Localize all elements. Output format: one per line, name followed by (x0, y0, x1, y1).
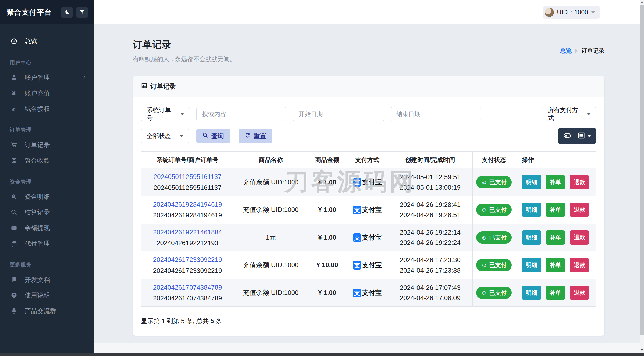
chevron-down-icon (180, 113, 184, 115)
completed-time: 2024-04-26 17:23:38 (391, 265, 469, 275)
bottom-bar (0, 353, 644, 356)
col-header: 系统订单号/商户订单号 (141, 152, 234, 168)
sidebar-item[interactable]: 账户管理 (0, 70, 94, 85)
detail-button[interactable]: 明细 (522, 175, 541, 189)
scroll-up-arrow[interactable] (640, 0, 644, 5)
search-input[interactable]: 搜索内容 (196, 107, 286, 121)
order-type-select[interactable]: 系统订单号 (141, 107, 190, 121)
sidebar-item[interactable]: ?使用说明 (0, 287, 94, 303)
merchant-order-no: 2024050112595161137 (144, 184, 231, 192)
detail-button[interactable]: 明细 (522, 203, 541, 217)
view-toggle-group (558, 128, 596, 144)
refund-button[interactable]: 退款 (570, 230, 589, 245)
alipay-icon: 支 (353, 178, 361, 187)
reset-button[interactable]: 重置 (239, 129, 272, 143)
breadcrumb-overview[interactable]: 总览 (560, 47, 572, 55)
start-date-input[interactable]: 开始日期 (293, 107, 384, 121)
completed-time: 2024-05-01 13:00:19 (391, 182, 469, 192)
scroll-down-arrow[interactable] (640, 348, 644, 352)
sidebar-item-label: 余额提现 (25, 224, 87, 232)
sidebar-item[interactable]: 聚合收款 (0, 153, 94, 168)
penguin-icon (10, 307, 18, 314)
sidebar-item[interactable]: 总览 (0, 33, 94, 49)
detail-button[interactable]: 明细 (522, 258, 541, 272)
gauge-icon (10, 38, 18, 45)
product-name: 1元 (234, 224, 308, 251)
detail-button[interactable]: 明细 (522, 230, 541, 245)
refund-button[interactable]: 退款 (570, 203, 589, 217)
sidebar-item[interactable]: 余额提现 (0, 220, 94, 236)
explorer-icon: e (10, 104, 18, 113)
alipay-icon: 支 (353, 261, 361, 270)
sidebar-item-label: 总览 (25, 37, 87, 46)
query-button[interactable]: 查询 (196, 129, 230, 143)
resend-button[interactable]: 补单 (546, 230, 565, 245)
dark-mode-button[interactable] (61, 7, 73, 18)
payment-method: 支付宝 (362, 261, 382, 270)
system-order-link[interactable]: 2024042617233092219 (144, 256, 231, 264)
detail-button[interactable]: 明细 (522, 286, 541, 300)
sidebar-item[interactable]: 代付管理 (0, 236, 94, 251)
list-icon (578, 132, 585, 140)
avatar (545, 8, 554, 17)
resend-button[interactable]: 补单 (546, 258, 565, 272)
sidebar-item[interactable]: 订单记录 (0, 137, 94, 153)
system-order-link[interactable]: 2024042617074384789 (144, 284, 231, 291)
sidebar-item[interactable]: e域名授权 (0, 101, 94, 116)
created-time: 2024-04-26 19:22:14 (391, 227, 469, 237)
vertical-scrollbar[interactable] (640, 0, 644, 353)
breadcrumb-current: 订单记录 (581, 47, 604, 55)
nav-section-label: 更多服务... (0, 251, 94, 272)
smile-icon: ☺ (481, 207, 487, 213)
product-name: 充值余额 UID:1000 (234, 251, 308, 279)
search-dollar-icon: $ (10, 193, 18, 200)
logo-bar: 聚合支付平台 (0, 0, 94, 24)
nav-section-label: 用户中心 (0, 49, 94, 70)
page-subtitle: 有幽默感的人，永远都不会默默无闻。 (133, 55, 236, 63)
resend-button[interactable]: 补单 (546, 286, 565, 300)
table-icon (141, 82, 147, 91)
sidebar-item[interactable]: $资金明细 (0, 189, 94, 204)
status-badge: ☺ 已支付 (476, 259, 512, 271)
card-view-toggle[interactable] (563, 132, 571, 140)
table-row: 2024042617233092219 2024042617233092219 … (141, 251, 596, 279)
product-amount: ¥ 10.00 (308, 251, 347, 279)
status-badge: ☺ 已支付 (476, 176, 512, 188)
theme-button[interactable] (76, 7, 88, 18)
user-menu[interactable]: UID：1000 (543, 6, 600, 19)
created-time: 2024-04-26 19:28:41 (391, 200, 469, 210)
sidebar-item[interactable]: ¥账户充值 (0, 85, 94, 101)
status-label: 已支付 (489, 289, 507, 297)
order-records-card: 订单记录 系统订单号 搜索内容 开始日期 结束日期 (133, 76, 604, 336)
scrollbar-thumb[interactable] (640, 5, 644, 335)
sidebar-item-label: 使用说明 (25, 291, 87, 299)
chevron-down-icon (180, 135, 183, 137)
status-badge: ☺ 已支付 (476, 231, 512, 244)
col-header: 支付状态 (472, 152, 515, 168)
product-amount: ¥ 1.00 (308, 196, 347, 224)
end-date-input[interactable]: 结束日期 (391, 107, 481, 121)
toggle-icon (563, 132, 571, 140)
system-order-link[interactable]: 2024042619221461884 (144, 228, 231, 236)
sidebar-item[interactable]: 开发文档 (0, 272, 94, 287)
refund-button[interactable]: 退款 (570, 258, 589, 272)
col-header: 商品名称 (234, 152, 308, 168)
refund-button[interactable]: 退款 (570, 175, 589, 189)
resend-button[interactable]: 补单 (546, 175, 565, 189)
cart-icon (10, 142, 18, 148)
status-label: 已支付 (489, 234, 507, 241)
pay-method-select[interactable]: 所有支付方式 (542, 107, 596, 121)
status-select[interactable]: 全部状态 (141, 129, 189, 143)
search-icon (202, 132, 208, 140)
refund-button[interactable]: 退款 (570, 286, 589, 300)
product-name: 充值余额 UID:1000 (234, 279, 308, 307)
payment-method: 支付宝 (362, 178, 382, 187)
system-order-link[interactable]: 2024042619284194619 (144, 201, 231, 208)
sidebar-nav: 总览用户中心账户管理¥账户充值e域名授权订单管理订单记录聚合收款资金管理$资金明… (0, 24, 94, 319)
sidebar-item[interactable]: 产品交流群 (0, 303, 94, 319)
column-select-button[interactable] (578, 132, 591, 140)
sidebar-item[interactable]: 结算记录 (0, 204, 94, 220)
system-order-link[interactable]: 2024050112595161137 (144, 173, 231, 181)
alipay-icon: 支 (353, 233, 361, 242)
resend-button[interactable]: 补单 (546, 203, 565, 217)
